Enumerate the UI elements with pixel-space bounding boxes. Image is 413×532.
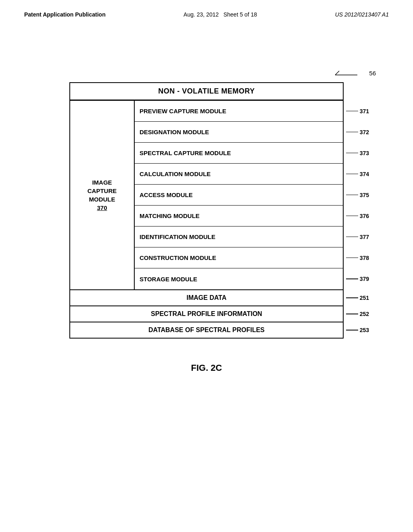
ref-tag-379: 379 xyxy=(346,276,369,282)
left-col-ref: 370 xyxy=(88,204,117,212)
left-col-line2: CAPTURE xyxy=(88,187,117,195)
image-capture-module-label: IMAGE CAPTURE MODULE 370 xyxy=(70,101,135,289)
diagram-wrapper: 56 NON - VOLATILE MEMORY IMAGE CAPTURE M… xyxy=(69,82,344,339)
bottom-row-label-252: SPECTRAL PROFILE INFORMATION xyxy=(151,310,262,317)
bottom-row-ref-252: 252 xyxy=(346,311,369,317)
module-label-377: IDENTIFICATION MODULE xyxy=(140,233,215,240)
ref-tag-375: 375 xyxy=(346,192,369,198)
bottom-row-label-253: DATABASE OF SPECTRAL PROFILES xyxy=(148,326,265,333)
ref-tag-372: 372 xyxy=(346,129,369,135)
module-label-374: CALCULATION MODULE xyxy=(140,170,211,177)
module-row-371: PREVIEW CAPTURE MODULE371 xyxy=(135,101,343,122)
module-label-372: DESIGNATION MODULE xyxy=(140,129,209,135)
ref-56-arrow xyxy=(335,67,367,79)
ref-tag-374: 374 xyxy=(346,171,369,177)
module-label-375: ACCESS MODULE xyxy=(140,191,193,198)
left-col-line1: IMAGE xyxy=(88,178,117,187)
ref-56-label: 56 xyxy=(369,70,376,77)
module-row-375: ACCESS MODULE375 xyxy=(135,185,343,206)
ref-tag-378: 378 xyxy=(346,255,369,261)
module-row-373: SPECTRAL CAPTURE MODULE373 xyxy=(135,143,343,164)
header-date: Aug. 23, 2012 xyxy=(184,11,219,18)
left-col-line3: MODULE xyxy=(88,195,117,204)
bottom-row-ref-253: 253 xyxy=(346,327,369,333)
outer-box: NON - VOLATILE MEMORY IMAGE CAPTURE MODU… xyxy=(69,82,344,290)
inner-content: IMAGE CAPTURE MODULE 370 PREVIEW CAPTURE… xyxy=(70,101,343,289)
bottom-row-251: IMAGE DATA251 xyxy=(69,290,344,306)
ref-tag-377: 377 xyxy=(346,234,369,240)
ref-tag-371: 371 xyxy=(346,108,369,114)
bottom-row-253: DATABASE OF SPECTRAL PROFILES253 xyxy=(69,322,344,339)
module-row-372: DESIGNATION MODULE372 xyxy=(135,122,343,143)
page-header: Patent Application Publication Aug. 23, … xyxy=(0,0,413,18)
module-row-379: STORAGE MODULE379 xyxy=(135,268,343,289)
ref-56-container: 56 xyxy=(335,67,376,79)
module-label-379: STORAGE MODULE xyxy=(140,276,197,283)
module-row-374: CALCULATION MODULE374 xyxy=(135,164,343,185)
ref-tag-376: 376 xyxy=(346,213,369,219)
svg-line-1 xyxy=(335,71,339,75)
nvm-header: NON - VOLATILE MEMORY xyxy=(70,83,343,101)
module-label-371: PREVIEW CAPTURE MODULE xyxy=(140,108,226,114)
fig-caption: FIG. 2C xyxy=(191,363,222,373)
diagram-container: 56 NON - VOLATILE MEMORY IMAGE CAPTURE M… xyxy=(0,82,413,373)
module-row-377: IDENTIFICATION MODULE377 xyxy=(135,227,343,247)
header-of: of 18 xyxy=(244,11,257,18)
header-patent-number: US 2012/0213407 A1 xyxy=(335,11,389,18)
modules-column: PREVIEW CAPTURE MODULE371DESIGNATION MOD… xyxy=(135,101,343,289)
bottom-row-label-251: IMAGE DATA xyxy=(187,294,227,301)
ref-tag-373: 373 xyxy=(346,150,369,156)
bottom-row-252: SPECTRAL PROFILE INFORMATION252 xyxy=(69,306,344,322)
header-publication: Patent Application Publication xyxy=(24,11,106,18)
header-sheet: Sheet 5 xyxy=(223,11,243,18)
module-label-376: MATCHING MODULE xyxy=(140,212,200,219)
bottom-row-ref-251: 251 xyxy=(346,295,369,301)
bottom-rows: IMAGE DATA251SPECTRAL PROFILE INFORMATIO… xyxy=(69,290,344,339)
header-date-sheet: Aug. 23, 2012 Sheet 5 of 18 xyxy=(184,11,257,18)
module-label-373: SPECTRAL CAPTURE MODULE xyxy=(140,150,231,156)
module-label-378: CONSTRUCTION MODULE xyxy=(140,254,216,261)
module-row-378: CONSTRUCTION MODULE378 xyxy=(135,247,343,268)
module-row-376: MATCHING MODULE376 xyxy=(135,206,343,227)
